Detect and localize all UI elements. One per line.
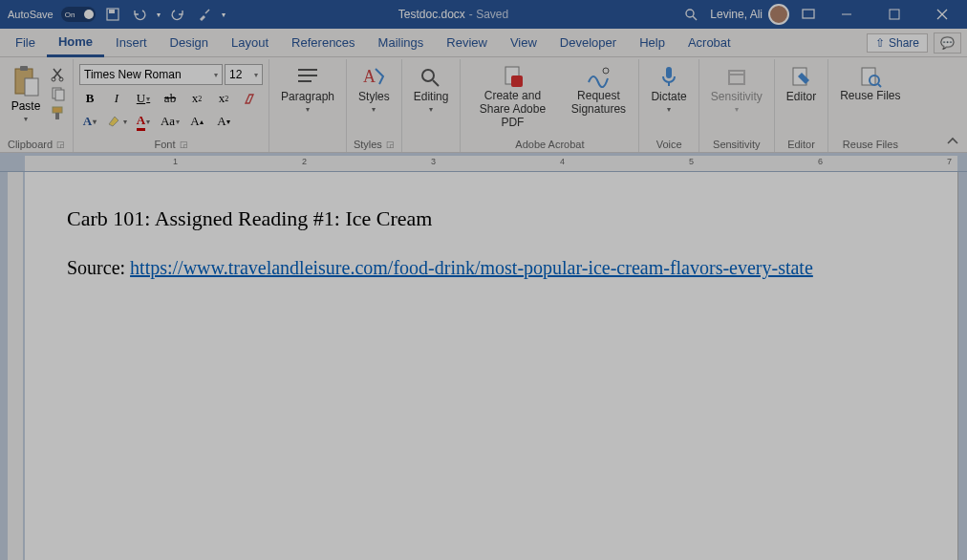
paste-button[interactable]: Paste <box>6 65 46 123</box>
group-label-reuse: Reuse Files <box>843 139 898 150</box>
group-editor: Editor Editor <box>775 59 828 152</box>
copy-icon[interactable] <box>50 86 67 101</box>
group-voice: Dictate Voice <box>639 59 698 152</box>
source-label: Source: <box>67 257 130 278</box>
undo-icon[interactable] <box>130 5 149 24</box>
share-button[interactable]: ⇧Share <box>867 33 928 53</box>
font-name-combo[interactable]: Times New Roman▾ <box>79 64 223 85</box>
italic-button[interactable]: I <box>106 89 127 108</box>
save-status: - Saved <box>469 8 508 21</box>
comment-icon: 💬 <box>940 36 955 50</box>
bold-button[interactable]: B <box>79 89 100 108</box>
chevron-up-icon <box>946 135 959 148</box>
tab-layout[interactable]: Layout <box>220 29 280 57</box>
text-effects-button[interactable]: A <box>79 112 100 131</box>
superscript-button[interactable]: x2 <box>213 89 234 108</box>
paragraph-button[interactable]: Paragraph <box>275 61 340 114</box>
group-reuse: Reuse Files Reuse Files <box>828 59 912 152</box>
font-color-button[interactable]: A <box>133 112 154 131</box>
ribbon: Paste Clipboard◲ Times New Roman▾ 12▾ B … <box>0 57 967 153</box>
svg-rect-15 <box>55 90 64 100</box>
ribbon-display-icon[interactable] <box>799 5 818 24</box>
grow-font-button[interactable]: A▴ <box>186 112 207 131</box>
tab-references[interactable]: References <box>280 29 366 57</box>
highlight-button[interactable] <box>106 112 127 131</box>
signature-icon <box>585 65 612 88</box>
svg-point-2 <box>686 10 694 17</box>
user-name: Levine, Ali <box>710 8 763 21</box>
svg-rect-6 <box>890 10 899 19</box>
user-account[interactable]: Levine, Ali <box>710 4 789 25</box>
svg-point-26 <box>603 68 609 74</box>
svg-point-22 <box>422 70 434 81</box>
save-icon[interactable] <box>103 5 122 24</box>
clear-format-icon[interactable] <box>240 89 261 108</box>
request-signatures-button[interactable]: Request Signatures <box>564 61 633 129</box>
underline-button[interactable]: U <box>133 89 154 108</box>
svg-rect-27 <box>666 67 672 78</box>
tab-insert[interactable]: Insert <box>104 29 159 57</box>
maximize-button[interactable] <box>875 0 913 29</box>
reuse-icon <box>857 65 884 88</box>
redo-icon[interactable] <box>168 5 187 24</box>
find-icon <box>418 65 444 88</box>
editor-button[interactable]: Editor <box>781 61 822 103</box>
document-page[interactable]: Carb 101: Assigned Reading #1: Ice Cream… <box>25 172 957 560</box>
doc-source-line[interactable]: Source: https://www.travelandleisure.com… <box>67 254 915 281</box>
font-size-combo[interactable]: 12▾ <box>225 64 263 85</box>
ruler-horizontal[interactable]: 1 2 3 4 5 6 7 <box>0 153 967 172</box>
dictate-button[interactable]: Dictate <box>645 61 692 114</box>
strikethrough-button[interactable]: ab <box>160 89 181 108</box>
cut-icon[interactable] <box>50 67 67 82</box>
collapse-ribbon-button[interactable] <box>938 131 967 152</box>
undo-dropdown-icon[interactable]: ▾ <box>157 11 161 19</box>
group-clipboard: Paste Clipboard◲ <box>0 59 74 152</box>
group-label-acrobat: Adobe Acrobat <box>515 139 584 150</box>
subscript-button[interactable]: x2 <box>186 89 207 108</box>
tab-mailings[interactable]: Mailings <box>367 29 436 57</box>
close-button[interactable] <box>923 0 961 29</box>
titlebar: AutoSave On ▾ ▾ Testdoc.docx - Saved Lev… <box>0 0 967 29</box>
tab-help[interactable]: Help <box>628 29 677 57</box>
tab-view[interactable]: View <box>499 29 548 57</box>
svg-rect-4 <box>803 10 814 18</box>
avatar-icon <box>768 4 789 25</box>
search-icon[interactable] <box>681 5 700 24</box>
tab-review[interactable]: Review <box>435 29 499 57</box>
group-sensitivity: Sensitivity Sensitivity <box>699 59 775 152</box>
tab-developer[interactable]: Developer <box>548 29 628 57</box>
minimize-button[interactable] <box>827 0 866 29</box>
format-painter-icon[interactable] <box>50 105 67 120</box>
editing-button[interactable]: Editing <box>408 61 455 114</box>
tab-design[interactable]: Design <box>159 29 220 57</box>
pdf-icon <box>499 65 526 88</box>
svg-rect-17 <box>55 113 59 119</box>
chevron-down-icon <box>429 105 433 114</box>
autosave-toggle[interactable]: On <box>61 7 96 22</box>
group-label-sensitivity: Sensitivity <box>713 139 761 150</box>
group-paragraph: Paragraph <box>269 59 347 152</box>
comments-button[interactable]: 💬 <box>934 32 961 54</box>
create-pdf-button[interactable]: Create and Share Adobe PDF <box>466 61 558 129</box>
svg-line-34 <box>878 84 881 87</box>
sensitivity-icon <box>723 65 750 88</box>
tab-home[interactable]: Home <box>47 30 104 57</box>
source-link[interactable]: https://www.travelandleisure.com/food-dr… <box>130 257 813 278</box>
tab-file[interactable]: File <box>4 29 47 57</box>
reuse-files-button[interactable]: Reuse Files <box>834 61 906 103</box>
ribbon-tabs: File Home Insert Design Layout Reference… <box>0 29 967 57</box>
change-case-button[interactable]: Aa <box>160 112 181 131</box>
doc-heading[interactable]: Carb 101: Assigned Reading #1: Ice Cream <box>67 206 915 231</box>
dialog-launcher-icon[interactable]: ◲ <box>180 140 188 149</box>
dialog-launcher-icon[interactable]: ◲ <box>56 140 65 149</box>
quick-brush-icon[interactable] <box>195 5 214 24</box>
dialog-launcher-icon[interactable]: ◲ <box>386 140 395 149</box>
svg-text:A: A <box>363 67 376 86</box>
svg-rect-29 <box>729 71 744 84</box>
tab-acrobat[interactable]: Acrobat <box>677 29 742 57</box>
styles-button[interactable]: A Styles <box>353 61 396 114</box>
microphone-icon <box>655 65 682 88</box>
ruler-vertical[interactable] <box>0 172 25 560</box>
chevron-down-icon <box>667 105 671 114</box>
shrink-font-button[interactable]: A▾ <box>213 112 234 131</box>
